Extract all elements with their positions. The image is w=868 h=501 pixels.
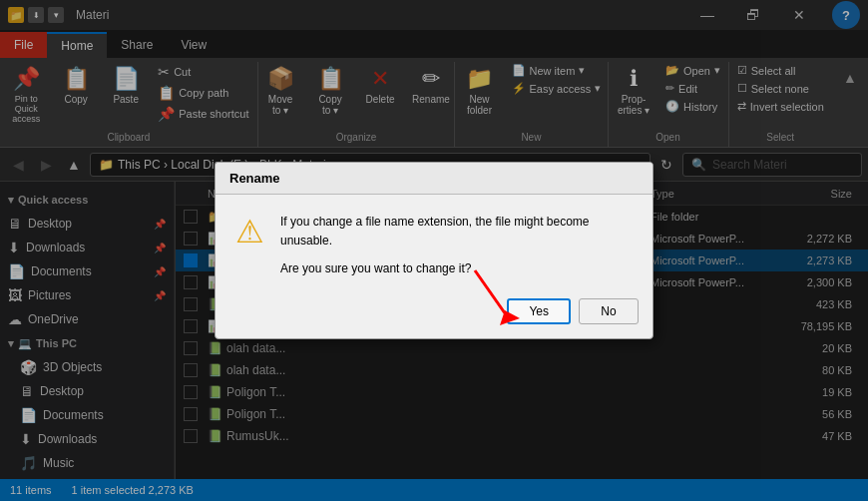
- dialog-footer: Yes No: [216, 290, 652, 338]
- dialog-body: ⚠ If you change a file name extension, t…: [216, 195, 652, 290]
- arrow-indicator: [445, 260, 545, 340]
- dialog-overlay: Rename ⚠ If you change a file name exten…: [0, 0, 868, 501]
- dialog-title: Rename: [216, 163, 652, 195]
- no-button[interactable]: No: [579, 298, 639, 324]
- warning-icon: ⚠: [235, 213, 264, 250]
- dialog-line1: If you change a file name extension, the…: [280, 213, 633, 250]
- rename-dialog: Rename ⚠ If you change a file name exten…: [215, 162, 653, 339]
